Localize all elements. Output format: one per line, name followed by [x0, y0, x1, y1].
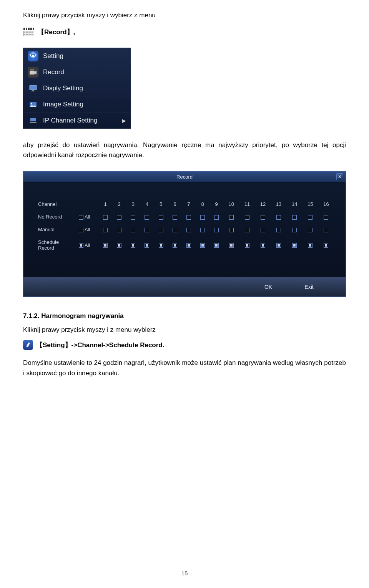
- record-menu-line: 【Record】,: [23, 27, 346, 37]
- checkbox[interactable]: [103, 215, 108, 220]
- ok-button[interactable]: OK: [255, 284, 282, 290]
- checkbox[interactable]: [245, 215, 249, 220]
- checkbox[interactable]: [261, 228, 265, 232]
- checkbox-all[interactable]: [79, 215, 83, 220]
- page-number: 15: [181, 570, 188, 576]
- checkbox[interactable]: [103, 243, 108, 248]
- chevron-right-icon: ▶: [122, 118, 126, 124]
- checkbox[interactable]: [117, 215, 121, 220]
- dialog-title: Record: [176, 174, 193, 180]
- gear-icon: [23, 340, 33, 350]
- checkbox[interactable]: [245, 228, 249, 232]
- checkbox[interactable]: [276, 215, 281, 220]
- menu-item-label: Setting: [43, 52, 63, 60]
- menu-item-record[interactable]: Record: [23, 64, 131, 80]
- menu-item-ip-channel-setting[interactable]: IP Channel Setting ▶: [23, 113, 131, 129]
- menu-item-label: IP Channel Setting: [43, 117, 97, 124]
- dialog-footer: OK Exit: [23, 277, 346, 296]
- checkbox[interactable]: [145, 243, 149, 248]
- svg-rect-6: [31, 91, 35, 91]
- menu-item-setting[interactable]: Setting: [23, 48, 131, 64]
- checkbox[interactable]: [229, 228, 234, 232]
- camera-icon: [28, 67, 38, 78]
- checkbox[interactable]: [159, 228, 163, 232]
- checkbox[interactable]: [200, 243, 205, 248]
- checkbox[interactable]: [214, 215, 219, 220]
- checkbox[interactable]: [292, 228, 297, 232]
- checkbox[interactable]: [173, 243, 177, 248]
- paragraph-after-menu: aby przejść do ustawień nagrywania. Nagr…: [23, 140, 346, 160]
- checkbox[interactable]: [292, 243, 297, 248]
- checkbox[interactable]: [276, 243, 281, 248]
- checkbox[interactable]: [261, 243, 265, 248]
- svg-rect-5: [32, 90, 34, 91]
- checkbox[interactable]: [308, 228, 312, 232]
- checkbox[interactable]: [186, 228, 191, 232]
- schedule-record-row: Schedule Record All: [35, 236, 334, 254]
- checkbox[interactable]: [324, 243, 328, 248]
- checkbox[interactable]: [173, 215, 177, 220]
- checkbox[interactable]: [292, 215, 297, 220]
- record-dialog: Record ✕ Channel 1 2 3 4 5 6 7 8 9 10 11…: [23, 171, 346, 297]
- checkbox[interactable]: [200, 215, 205, 220]
- checkbox[interactable]: [186, 243, 191, 248]
- menu-item-image-setting[interactable]: Image Setting: [23, 96, 131, 113]
- checkbox[interactable]: [324, 228, 328, 232]
- svg-point-8: [31, 103, 32, 104]
- checkbox[interactable]: [159, 243, 163, 248]
- record-keyboard-icon: [23, 27, 35, 37]
- menu-item-display-setting[interactable]: Disply Setting: [23, 80, 131, 96]
- menu-item-label: Disply Setting: [43, 84, 83, 92]
- checkbox[interactable]: [261, 215, 265, 220]
- checkbox[interactable]: [159, 215, 163, 220]
- gear-icon: [28, 51, 38, 61]
- laptop-icon: [28, 115, 38, 126]
- record-channel-table: Channel 1 2 3 4 5 6 7 8 9 10 11 12 13 14…: [35, 198, 334, 254]
- section-p2: Domyślne ustawienie to 24 godzin nagrań,…: [23, 358, 346, 378]
- checkbox[interactable]: [276, 228, 281, 232]
- svg-rect-10: [30, 122, 37, 123]
- svg-point-2: [30, 69, 32, 71]
- checkbox[interactable]: [214, 243, 219, 248]
- intro-text: Kliknij prawy przycisk myszy i wybierz z…: [23, 12, 346, 19]
- menu-item-label: Image Setting: [43, 101, 83, 108]
- svg-rect-1: [30, 71, 35, 75]
- dialog-body: Channel 1 2 3 4 5 6 7 8 9 10 11 12 13 14…: [23, 182, 346, 277]
- svg-rect-4: [30, 85, 37, 90]
- svg-rect-9: [30, 118, 36, 121]
- channel-header-row: Channel 1 2 3 4 5 6 7 8 9 10 11 12 13 14…: [35, 198, 334, 210]
- close-icon[interactable]: ✕: [336, 173, 343, 180]
- checkbox[interactable]: [214, 228, 219, 232]
- section-p1: Kliknij prawy przycisk myszy i z menu wy…: [23, 326, 346, 334]
- checkbox-all[interactable]: [79, 243, 83, 248]
- checkbox[interactable]: [229, 215, 234, 220]
- dialog-title-bar: Record ✕: [23, 172, 346, 182]
- checkbox[interactable]: [245, 243, 249, 248]
- checkbox[interactable]: [117, 243, 121, 248]
- checkbox[interactable]: [131, 215, 135, 220]
- menu-item-label: Record: [43, 68, 64, 76]
- checkbox[interactable]: [173, 228, 177, 232]
- checkbox[interactable]: [308, 215, 312, 220]
- checkbox[interactable]: [200, 228, 205, 232]
- image-icon: [28, 99, 38, 110]
- checkbox[interactable]: [145, 228, 149, 232]
- checkbox[interactable]: [229, 243, 234, 248]
- checkbox-all[interactable]: [79, 228, 83, 232]
- checkbox[interactable]: [145, 215, 149, 220]
- section-heading: 7.1.2. Harmonogram nagrywania: [23, 312, 346, 320]
- checkbox[interactable]: [131, 243, 135, 248]
- checkbox[interactable]: [103, 228, 108, 232]
- checkbox[interactable]: [117, 228, 121, 232]
- exit-button[interactable]: Exit: [296, 284, 322, 290]
- monitor-icon: [28, 83, 38, 94]
- checkbox[interactable]: [186, 215, 191, 220]
- no-record-row: No Record All: [35, 210, 334, 223]
- checkbox[interactable]: [308, 243, 312, 248]
- checkbox[interactable]: [324, 215, 328, 220]
- setting-path-line: 【Setting】->Channel->Schedule Record.: [23, 340, 346, 350]
- svg-point-3: [32, 69, 34, 71]
- record-label: 【Record】,: [38, 28, 75, 36]
- checkbox[interactable]: [131, 228, 135, 232]
- context-menu: Setting Record Disply Setting Image Sett…: [23, 48, 131, 129]
